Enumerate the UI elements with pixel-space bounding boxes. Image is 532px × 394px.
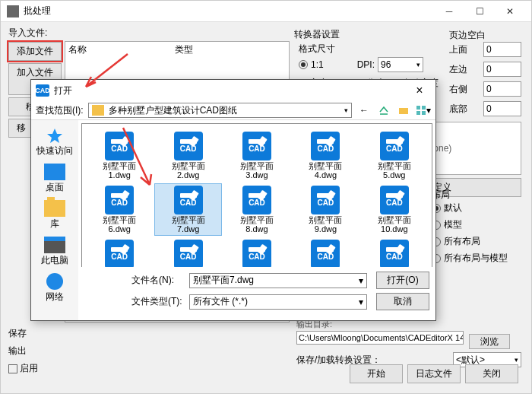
open-button[interactable]: 打开(O) [376, 272, 429, 289]
file-item[interactable]: CAD别墅平面7.dwg [155, 184, 220, 235]
filename-input[interactable]: 别墅平面7.dwg▾ [189, 273, 367, 288]
file-name: 别墅平面4.dwg [309, 161, 342, 180]
file-item[interactable]: CAD别墅平面4.dwg [293, 130, 358, 181]
file-item[interactable]: CAD别墅平面1.dwg [87, 130, 152, 181]
window-title: 批处理 [24, 5, 434, 17]
filetype-label: 文件类型(T): [131, 295, 185, 308]
file-name: 别墅平面6.dwg [103, 215, 136, 234]
file-grid: CAD别墅平面1.dwgCAD别墅平面2.dwgCAD别墅平面3.dwgCAD别… [81, 123, 432, 267]
file-name: 别墅平面5.dwg [378, 161, 411, 180]
output-path-box[interactable]: C:\Users\Mloong\Documents\CADEditorX 14\… [296, 331, 464, 345]
cad-file-icon: CAD [380, 186, 409, 214]
dialog-title: 打开 [54, 84, 408, 97]
svg-rect-1 [416, 106, 420, 110]
add-file-button[interactable]: 添加文件 [8, 42, 62, 61]
margin-top-input[interactable] [483, 42, 521, 57]
close-button[interactable]: ✕ [495, 1, 525, 22]
ratio-radio[interactable] [299, 60, 308, 69]
file-item[interactable]: CAD别墅平面5.dwg [362, 130, 427, 181]
main-titlebar: 批处理 ─ ☐ ✕ [1, 1, 531, 22]
sidebar-thispc[interactable]: 此电脑 [41, 234, 68, 269]
cad-file-icon: CAD [242, 186, 271, 214]
cad-file-icon: CAD [242, 132, 271, 160]
sidebar-library[interactable]: 库 [44, 198, 65, 233]
file-item[interactable]: CAD别墅平面15.dwg [362, 238, 427, 267]
up-button[interactable] [376, 103, 391, 118]
maximize-button[interactable]: ☐ [464, 1, 495, 22]
margin-left-input[interactable] [483, 62, 521, 77]
file-item[interactable]: CAD别墅平面13.dwg [224, 238, 290, 267]
cad-file-icon: CAD [380, 240, 409, 267]
svg-rect-0 [399, 108, 408, 114]
dpi-combo[interactable]: 96▾ [378, 57, 423, 72]
cad-file-icon: CAD [105, 132, 134, 160]
sidebar-quickaccess[interactable]: 快速访问 [36, 125, 73, 160]
ratio-label: 1:1 [311, 59, 324, 70]
browse-button[interactable]: 浏览 [469, 334, 510, 349]
margin-right-input[interactable] [483, 81, 521, 97]
file-item[interactable]: CAD别墅平面3.dwg [224, 130, 290, 181]
col-type: 类型 [175, 43, 193, 56]
cad-file-icon: CAD [311, 240, 340, 267]
margin-title: 页边空白 [449, 29, 521, 42]
remove-all-button[interactable]: 移 [8, 119, 31, 138]
file-name: 别墅平面3.dwg [240, 161, 274, 180]
svg-rect-2 [422, 106, 426, 110]
new-folder-button[interactable] [396, 103, 411, 118]
file-item[interactable]: CAD别墅平面12.dwg [155, 238, 220, 267]
cad-file-icon: CAD [242, 240, 271, 267]
col-name: 名称 [68, 43, 175, 56]
view-button[interactable]: ▾ [416, 103, 431, 118]
svg-marker-5 [47, 129, 62, 143]
start-cb-label: 启用 [20, 363, 38, 373]
cad-app-icon: CAD [36, 84, 49, 97]
close-main-button[interactable]: 关闭 [465, 364, 518, 383]
margin-bottom-input[interactable] [483, 101, 521, 116]
sidebar-network[interactable]: 网络 [46, 271, 64, 306]
cad-file-icon: CAD [105, 186, 134, 214]
cad-file-icon: CAD [311, 186, 340, 214]
file-item[interactable]: CAD别墅平面14.dwg [293, 238, 358, 267]
file-item[interactable]: CAD别墅平面11.dwg [87, 238, 152, 267]
dialog-close-button[interactable]: × [408, 84, 431, 97]
start-checkbox[interactable] [8, 364, 17, 373]
output-label: 输出 [8, 345, 27, 357]
cad-file-icon: CAD [174, 186, 203, 214]
file-name: 别墅平面8.dwg [240, 215, 274, 234]
file-item[interactable]: CAD别墅平面6.dwg [87, 184, 152, 235]
svg-rect-4 [422, 111, 426, 115]
dialog-sidebar: 快速访问 桌面 库 此电脑 网络 [31, 120, 78, 320]
cad-file-icon: CAD [380, 132, 409, 160]
margin-left-label: 左边 [449, 63, 480, 76]
start-button[interactable]: 开始 [350, 364, 403, 383]
file-name: 别墅平面10.dwg [378, 215, 411, 234]
dpi-label: DPI: [357, 59, 375, 70]
filename-label: 文件名(N): [131, 274, 185, 287]
file-item[interactable]: CAD别墅平面10.dwg [362, 184, 427, 235]
dialog-titlebar: CAD 打开 × [31, 80, 435, 101]
open-dialog: CAD 打开 × 查找范围(I): 多种别墅户型建筑设计CAD图纸 ▾ ← ▾ … [30, 79, 436, 321]
file-name: 别墅平面2.dwg [172, 161, 205, 180]
svg-rect-3 [416, 111, 420, 115]
location-text: 多种别墅户型建筑设计CAD图纸 [107, 104, 341, 117]
search-range-label: 查找范围(I): [36, 104, 84, 117]
location-combo[interactable]: 多种别墅户型建筑设计CAD图纸 ▾ [88, 103, 352, 118]
filetype-combo[interactable]: 所有文件 (*.*)▾ [189, 294, 367, 310]
file-item[interactable]: CAD别墅平面9.dwg [293, 184, 358, 235]
cad-file-icon: CAD [174, 132, 203, 160]
cancel-button[interactable]: 取消 [376, 293, 429, 310]
minimize-button[interactable]: ─ [434, 1, 464, 22]
margin-bottom-label: 底部 [449, 103, 480, 116]
file-name: 别墅平面1.dwg [103, 161, 136, 180]
file-item[interactable]: CAD别墅平面2.dwg [155, 130, 220, 181]
margin-top-label: 上面 [449, 43, 480, 56]
folder-icon [92, 105, 104, 116]
import-label: 导入文件: [8, 27, 290, 40]
file-name: 别墅平面9.dwg [309, 215, 342, 234]
sidebar-desktop[interactable]: 桌面 [44, 161, 65, 196]
file-item[interactable]: CAD别墅平面8.dwg [224, 184, 290, 235]
log-button[interactable]: 日志文件 [407, 364, 461, 383]
file-name: 别墅平面7.dwg [172, 215, 205, 234]
app-icon [7, 5, 19, 17]
back-button[interactable]: ← [356, 103, 372, 118]
